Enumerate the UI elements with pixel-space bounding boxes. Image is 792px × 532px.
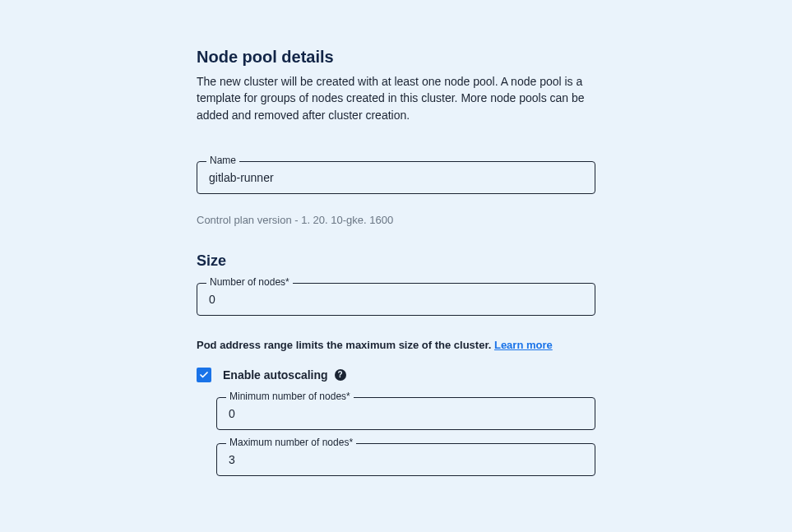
pod-address-text: Pod address range limits the maximum siz…: [197, 339, 494, 351]
max-nodes-label: Maximum number of nodes*: [226, 437, 356, 448]
number-of-nodes-label: Number of nodes*: [206, 276, 293, 288]
enable-autoscaling-checkbox[interactable]: [197, 368, 211, 382]
help-icon[interactable]: ?: [335, 369, 346, 381]
max-nodes-input[interactable]: [216, 443, 595, 476]
name-input[interactable]: [197, 161, 595, 194]
page-description: The new cluster will be created with at …: [197, 73, 591, 123]
number-of-nodes-input[interactable]: [197, 283, 595, 316]
name-field-label: Name: [206, 155, 239, 166]
number-of-nodes-wrapper: Number of nodes*: [197, 283, 596, 316]
control-plane-version: Control plan version - 1. 20. 10-gke. 16…: [197, 214, 596, 226]
pod-address-info: Pod address range limits the maximum siz…: [197, 339, 596, 351]
autoscaling-checkbox-label: Enable autoscaling: [223, 368, 328, 382]
max-nodes-wrapper: Maximum number of nodes*: [216, 443, 596, 476]
checkmark-icon: [199, 370, 209, 380]
min-nodes-wrapper: Minimum number of nodes*: [216, 397, 596, 430]
size-section-title: Size: [197, 252, 596, 270]
min-nodes-input[interactable]: [216, 397, 595, 430]
learn-more-link[interactable]: Learn more: [494, 339, 553, 351]
autoscaling-checkbox-row: Enable autoscaling ?: [197, 368, 596, 382]
page-title: Node pool details: [197, 48, 596, 67]
min-nodes-label: Minimum number of nodes*: [226, 391, 354, 402]
name-field-wrapper: Name: [197, 161, 596, 194]
